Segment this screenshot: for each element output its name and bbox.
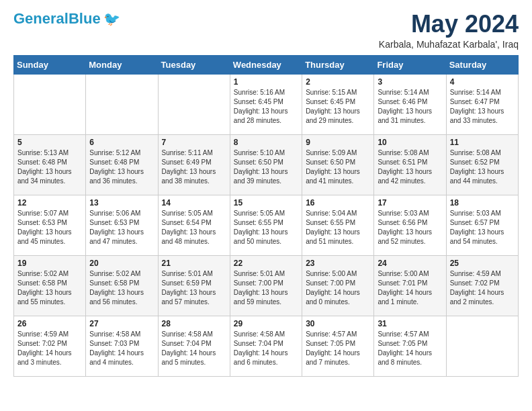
cell-details: Sunrise: 4:59 AM Sunset: 7:02 PM Dayligh… [450,269,515,307]
calendar-cell [446,316,518,376]
day-number: 21 [162,259,226,268]
page-container: GeneralBlue 🐦 May 2024 Karbala, Muhafaza… [0,0,532,385]
day-number: 3 [378,77,442,87]
cell-details: Sunrise: 5:01 AM Sunset: 6:59 PM Dayligh… [162,269,226,307]
cell-details: Sunrise: 5:04 AM Sunset: 6:55 PM Dayligh… [306,209,370,246]
calendar-cell: 19Sunrise: 5:02 AM Sunset: 6:58 PM Dayli… [14,255,86,316]
calendar-cell: 18Sunrise: 5:03 AM Sunset: 6:57 PM Dayli… [446,195,518,255]
header: GeneralBlue 🐦 May 2024 Karbala, Muhafaza… [13,11,519,50]
cell-details: Sunrise: 5:14 AM Sunset: 6:47 PM Dayligh… [450,88,515,126]
col-wednesday: Wednesday [230,55,302,74]
calendar-cell: 24Sunrise: 5:00 AM Sunset: 7:01 PM Dayli… [374,255,446,316]
cell-details: Sunrise: 5:06 AM Sunset: 6:53 PM Dayligh… [89,209,154,246]
day-number: 15 [234,198,298,208]
calendar-cell: 27Sunrise: 4:58 AM Sunset: 7:03 PM Dayli… [86,316,158,376]
calendar-cell: 4Sunrise: 5:14 AM Sunset: 6:47 PM Daylig… [446,74,518,134]
cell-details: Sunrise: 5:08 AM Sunset: 6:52 PM Dayligh… [450,148,515,186]
calendar-cell: 28Sunrise: 4:58 AM Sunset: 7:04 PM Dayli… [158,316,230,376]
calendar-cell: 3Sunrise: 5:14 AM Sunset: 6:46 PM Daylig… [374,74,446,134]
day-number: 20 [89,259,154,268]
col-tuesday: Tuesday [158,55,230,74]
calendar-cell: 26Sunrise: 4:59 AM Sunset: 7:02 PM Dayli… [14,316,86,376]
month-title: May 2024 [379,11,519,38]
cell-details: Sunrise: 5:16 AM Sunset: 6:45 PM Dayligh… [234,88,298,126]
calendar-cell: 8Sunrise: 5:10 AM Sunset: 6:50 PM Daylig… [230,134,302,195]
cell-details: Sunrise: 5:12 AM Sunset: 6:48 PM Dayligh… [89,148,154,186]
calendar-cell: 9Sunrise: 5:09 AM Sunset: 6:50 PM Daylig… [302,134,374,195]
day-number: 13 [89,198,154,208]
calendar-cell: 11Sunrise: 5:08 AM Sunset: 6:52 PM Dayli… [446,134,518,195]
col-saturday: Saturday [446,55,518,74]
cell-details: Sunrise: 5:02 AM Sunset: 6:58 PM Dayligh… [17,269,82,307]
col-sunday: Sunday [14,55,86,74]
logo-text: GeneralBlue [13,11,101,26]
day-number: 7 [162,138,226,147]
calendar-cell: 25Sunrise: 4:59 AM Sunset: 7:02 PM Dayli… [446,255,518,316]
day-number: 8 [234,138,298,147]
day-number: 2 [306,77,370,87]
calendar-cell: 14Sunrise: 5:05 AM Sunset: 6:54 PM Dayli… [158,195,230,255]
calendar-week-1: 1Sunrise: 5:16 AM Sunset: 6:45 PM Daylig… [14,74,519,134]
day-number: 28 [162,319,226,328]
calendar-cell: 6Sunrise: 5:12 AM Sunset: 6:48 PM Daylig… [86,134,158,195]
day-number: 24 [378,259,442,268]
day-number: 18 [450,198,515,208]
logo-part1: General [13,10,69,27]
cell-details: Sunrise: 5:15 AM Sunset: 6:45 PM Dayligh… [306,88,370,126]
day-number: 23 [306,259,370,268]
calendar-cell [14,74,86,134]
day-number: 31 [378,319,442,328]
cell-details: Sunrise: 5:08 AM Sunset: 6:51 PM Dayligh… [378,148,442,186]
calendar-week-4: 19Sunrise: 5:02 AM Sunset: 6:58 PM Dayli… [14,255,519,316]
calendar-cell: 16Sunrise: 5:04 AM Sunset: 6:55 PM Dayli… [302,195,374,255]
calendar-cell: 17Sunrise: 5:03 AM Sunset: 6:56 PM Dayli… [374,195,446,255]
calendar-cell: 12Sunrise: 5:07 AM Sunset: 6:53 PM Dayli… [14,195,86,255]
day-number: 30 [306,319,370,328]
cell-details: Sunrise: 5:05 AM Sunset: 6:54 PM Dayligh… [162,209,226,246]
day-number: 1 [234,77,298,87]
calendar-cell: 13Sunrise: 5:06 AM Sunset: 6:53 PM Dayli… [86,195,158,255]
logo: GeneralBlue 🐦 [13,11,120,27]
calendar-cell: 23Sunrise: 5:00 AM Sunset: 7:00 PM Dayli… [302,255,374,316]
calendar-cell: 15Sunrise: 5:05 AM Sunset: 6:55 PM Dayli… [230,195,302,255]
calendar-cell: 30Sunrise: 4:57 AM Sunset: 7:05 PM Dayli… [302,316,374,376]
cell-details: Sunrise: 5:03 AM Sunset: 6:56 PM Dayligh… [378,209,442,246]
cell-details: Sunrise: 5:07 AM Sunset: 6:53 PM Dayligh… [17,209,82,246]
col-monday: Monday [86,55,158,74]
cell-details: Sunrise: 4:58 AM Sunset: 7:04 PM Dayligh… [234,330,298,367]
cell-details: Sunrise: 4:57 AM Sunset: 7:05 PM Dayligh… [306,330,370,367]
cell-details: Sunrise: 5:00 AM Sunset: 7:01 PM Dayligh… [378,269,442,307]
calendar-week-5: 26Sunrise: 4:59 AM Sunset: 7:02 PM Dayli… [14,316,519,376]
calendar-cell: 21Sunrise: 5:01 AM Sunset: 6:59 PM Dayli… [158,255,230,316]
day-number: 9 [306,138,370,147]
cell-details: Sunrise: 4:59 AM Sunset: 7:02 PM Dayligh… [17,330,82,367]
calendar-cell: 22Sunrise: 5:01 AM Sunset: 7:00 PM Dayli… [230,255,302,316]
day-number: 19 [17,259,82,268]
cell-details: Sunrise: 5:03 AM Sunset: 6:57 PM Dayligh… [450,209,515,246]
cell-details: Sunrise: 5:11 AM Sunset: 6:49 PM Dayligh… [162,148,226,186]
calendar-week-2: 5Sunrise: 5:13 AM Sunset: 6:48 PM Daylig… [14,134,519,195]
day-number: 4 [450,77,515,87]
cell-details: Sunrise: 5:05 AM Sunset: 6:55 PM Dayligh… [234,209,298,246]
calendar-week-3: 12Sunrise: 5:07 AM Sunset: 6:53 PM Dayli… [14,195,519,255]
calendar-cell: 1Sunrise: 5:16 AM Sunset: 6:45 PM Daylig… [230,74,302,134]
calendar-table: Sunday Monday Tuesday Wednesday Thursday… [13,55,519,377]
calendar-cell: 29Sunrise: 4:58 AM Sunset: 7:04 PM Dayli… [230,316,302,376]
calendar-cell: 5Sunrise: 5:13 AM Sunset: 6:48 PM Daylig… [14,134,86,195]
calendar-cell: 2Sunrise: 5:15 AM Sunset: 6:45 PM Daylig… [302,74,374,134]
calendar-cell: 7Sunrise: 5:11 AM Sunset: 6:49 PM Daylig… [158,134,230,195]
day-number: 6 [89,138,154,147]
calendar-cell [158,74,230,134]
day-number: 12 [17,198,82,208]
cell-details: Sunrise: 5:14 AM Sunset: 6:46 PM Dayligh… [378,88,442,126]
day-number: 10 [378,138,442,147]
day-number: 29 [234,319,298,328]
day-number: 25 [450,259,515,268]
calendar-cell: 20Sunrise: 5:02 AM Sunset: 6:58 PM Dayli… [86,255,158,316]
cell-details: Sunrise: 5:09 AM Sunset: 6:50 PM Dayligh… [306,148,370,186]
day-number: 27 [89,319,154,328]
day-number: 16 [306,198,370,208]
cell-details: Sunrise: 4:58 AM Sunset: 7:04 PM Dayligh… [162,330,226,367]
location: Karbala, Muhafazat Karbala', Iraq [379,39,519,50]
cell-details: Sunrise: 5:10 AM Sunset: 6:50 PM Dayligh… [234,148,298,186]
